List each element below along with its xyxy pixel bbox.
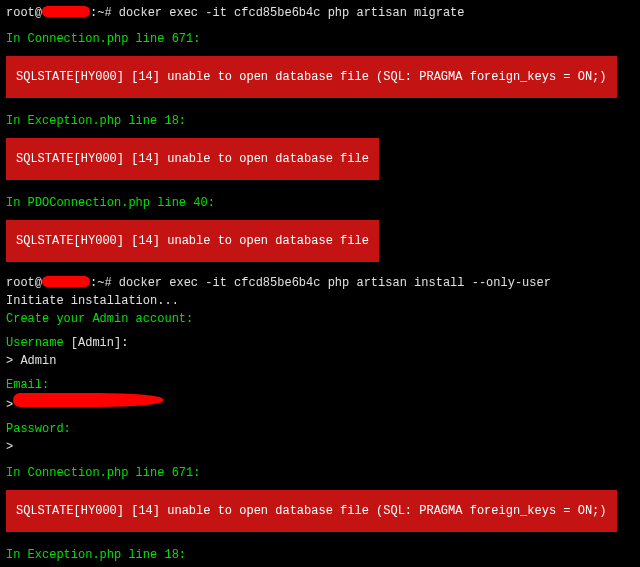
prompt-user-2: root@ — [6, 276, 42, 290]
email-prompt-char: > — [6, 398, 13, 412]
prompt-suffix-2: :~# — [90, 276, 119, 290]
email-value-line: > — [6, 394, 634, 414]
redacted-hostname-1 — [42, 6, 90, 17]
prompt-user-1: root@ — [6, 6, 42, 20]
error-header-2a: In Connection.php line 671: — [6, 464, 634, 482]
command-1: docker exec -it cfcd85be6b4c php artisan… — [119, 6, 465, 20]
error-box-2a: SQLSTATE[HY000] [14] unable to open data… — [6, 490, 617, 532]
password-label: Password: — [6, 420, 634, 438]
error-box-1a: SQLSTATE[HY000] [14] unable to open data… — [6, 56, 617, 98]
install-initiate: Initiate installation... — [6, 292, 634, 310]
username-label: Username — [6, 336, 64, 350]
redacted-email — [13, 393, 163, 407]
error-header-1b: In Exception.php line 18: — [6, 112, 634, 130]
error-header-2b: In Exception.php line 18: — [6, 546, 634, 564]
username-value: > Admin — [6, 352, 634, 370]
error-box-1b: SQLSTATE[HY000] [14] unable to open data… — [6, 138, 379, 180]
error-box-1c: SQLSTATE[HY000] [14] unable to open data… — [6, 220, 379, 262]
email-label: Email: — [6, 376, 634, 394]
shell-prompt-2: root@:~# docker exec -it cfcd85be6b4c ph… — [6, 274, 634, 292]
username-prompt-line: Username [Admin]: — [6, 334, 634, 352]
password-prompt: > — [6, 438, 634, 456]
redacted-hostname-2 — [42, 276, 90, 287]
error-header-1a: In Connection.php line 671: — [6, 30, 634, 48]
install-create-admin: Create your Admin account: — [6, 310, 634, 328]
username-default: [Admin]: — [64, 336, 129, 350]
command-2: docker exec -it cfcd85be6b4c php artisan… — [119, 276, 551, 290]
prompt-suffix-1: :~# — [90, 6, 119, 20]
error-header-1c: In PDOConnection.php line 40: — [6, 194, 634, 212]
shell-prompt-1: root@:~# docker exec -it cfcd85be6b4c ph… — [6, 4, 634, 22]
